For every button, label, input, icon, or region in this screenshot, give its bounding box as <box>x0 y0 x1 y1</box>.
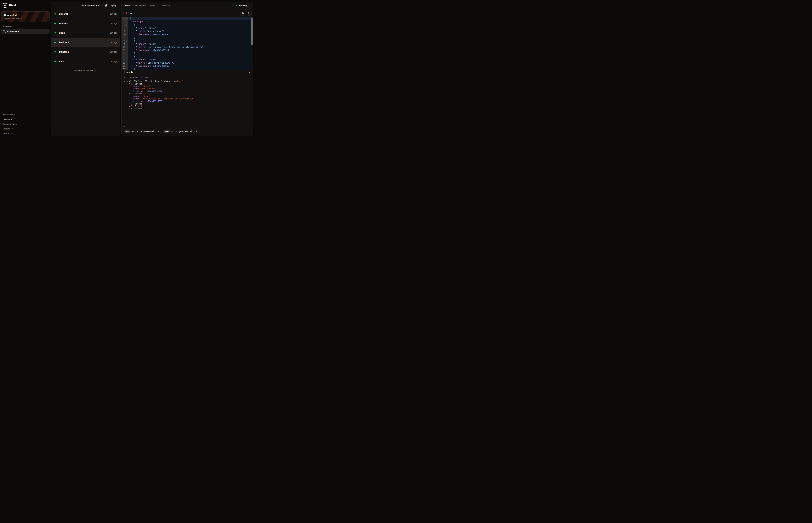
token-fn: getHistory <box>136 76 148 78</box>
actor-row-backend[interactable]: backend1m ago <box>51 38 120 47</box>
tab-database[interactable]: Database <box>159 2 172 9</box>
code-content[interactable]: { <box>128 39 253 42</box>
token-b: : <box>146 58 149 61</box>
console-tree-row[interactable]: timestamp: 1764043991880 <box>122 90 253 92</box>
tree-toggle-collapsed-icon[interactable]: ▶ <box>129 105 131 107</box>
code-content[interactable]: "messages": [ <box>128 20 253 23</box>
running-label: Running <box>239 4 247 7</box>
console-tree-row[interactable]: ▼0: Object <box>122 83 253 85</box>
sidebar-link-label: Discord <box>3 127 10 130</box>
console-tree-row[interactable]: ▼1: Object <box>122 92 253 95</box>
tree-toggle-expanded-icon[interactable]: ▼ <box>129 93 131 94</box>
token-cb: : <box>132 83 135 85</box>
actor-row-random[interactable]: random1m ago <box>51 19 120 29</box>
sidebar-link-feedback[interactable]: Feedback <box>1 117 50 122</box>
create-actor-button[interactable]: Create Actor <box>81 4 100 7</box>
code-line-17: 17} <box>122 68 253 70</box>
sidebar-spacer <box>1 34 50 111</box>
code-content[interactable]: }, <box>128 52 253 55</box>
token-b: { <box>130 17 131 20</box>
tab-state[interactable]: State <box>123 2 132 9</box>
fold-chevron-icon[interactable]: ⌄ <box>125 24 128 26</box>
code-content[interactable]: "timestamp": 1764043999867 <box>128 65 253 68</box>
connection-status-card[interactable]: Connected http://localhost:6420 <box>1 11 50 22</box>
console-tree-row[interactable]: timestamp: 1764043995517 <box>122 100 253 102</box>
revert-button[interactable] <box>247 11 252 16</box>
code-content[interactable]: { <box>128 23 253 26</box>
token-k: timestamp <box>137 33 149 36</box>
fold-chevron-icon[interactable]: ⌄ <box>125 40 128 42</box>
tree-toggle-collapsed-icon[interactable]: ▶ <box>129 103 131 105</box>
code-content[interactable]: } <box>128 68 253 70</box>
fold-chevron-icon[interactable]: ⌄ <box>125 56 128 58</box>
sidebar-link-documentation[interactable]: Documentation <box>1 122 50 126</box>
actor-row-general[interactable]: general2m ago <box>51 9 120 19</box>
actor-row-frontend[interactable]: frontend1m ago <box>51 47 120 57</box>
sidebar-link-discord[interactable]: Discord↗ <box>1 126 50 131</box>
live-badge[interactable]: Live <box>123 11 135 15</box>
sidebar-link-github[interactable]: GitHub↗ <box>1 131 50 136</box>
console-tree-row[interactable]: text: "Who’s there?" <box>122 87 253 90</box>
tree-toggle-collapsed-icon[interactable]: ▶ <box>129 108 131 109</box>
code-content[interactable]: "sender": "User", <box>128 58 253 61</box>
tab-connections[interactable]: Connections <box>132 2 148 9</box>
code-content[interactable]: }, <box>128 36 253 39</box>
code-line-8: 8⌄{ <box>122 39 253 42</box>
token-k: sender <box>137 58 145 61</box>
console-input-row[interactable]: > <box>122 124 253 128</box>
console-header[interactable]: Console <box>122 70 253 75</box>
chevron-down-icon[interactable] <box>248 71 251 74</box>
console-tree-row[interactable]: text: " Nay, answer me. Stand and unfold… <box>122 97 253 100</box>
fold-chevron-icon[interactable]: ⌄ <box>125 21 128 23</box>
token-b: { <box>134 55 135 58</box>
token-s: User <box>150 43 155 45</box>
token-cb: : <box>144 100 146 102</box>
rpc-badge: RPC <box>163 130 170 133</box>
actor-row-dogs[interactable]: dogs1m ago <box>51 28 120 38</box>
display-button[interactable]: Display <box>103 3 118 8</box>
code-content[interactable]: "text": " Nay, answer me. Stand and unfo… <box>128 46 253 49</box>
token-cb: : <box>140 85 143 87</box>
display-label: Display <box>109 4 116 7</box>
code-content[interactable]: "timestamp": 1764043995517 <box>128 49 253 52</box>
token-obj: Object <box>135 83 142 85</box>
console-tree-row[interactable]: sender: "User" <box>122 95 253 97</box>
sidebar-link-whats-new[interactable]: Whats new? <box>1 112 50 117</box>
status-dot-green-icon <box>54 32 56 34</box>
code-content[interactable]: { <box>128 55 253 58</box>
actor-row-cats[interactable]: cats1m ago <box>51 57 120 66</box>
editor-scrollbar[interactable] <box>251 17 253 45</box>
rpc-chip-actor-sendmessage[interactable]: RPCactor.sendMessage(...) <box>124 129 161 133</box>
actor-name: general <box>59 13 110 15</box>
prompt-icon: > <box>124 125 125 127</box>
actor-updated-time: 1m ago <box>110 60 117 62</box>
code-content[interactable]: "timestamp": 1764043991880 <box>128 33 253 36</box>
tree-toggle-expanded-icon[interactable]: ▼ <box>129 83 131 85</box>
console-tree-row[interactable]: sender: "User" <box>122 85 253 87</box>
fold-chevron-icon[interactable]: ⌄ <box>125 18 128 20</box>
save-button[interactable] <box>241 11 245 16</box>
line-number-gutter: 15 <box>122 61 128 65</box>
code-content[interactable]: "text": "Who’s there?", <box>128 30 253 33</box>
code-content[interactable]: "sender": "User", <box>128 42 253 46</box>
token-b: , <box>156 43 158 45</box>
console-tree-row[interactable]: ▶4: Object <box>122 107 253 110</box>
rpc-chip-actor-gethistory[interactable]: RPCactor.getHistory(...) <box>163 129 199 133</box>
line-number: 9 <box>122 43 125 45</box>
code-line-11: 11"timestamp": 1764043995517 <box>122 49 253 52</box>
sidebar-item-chatroom[interactable]: chatRoom <box>1 29 50 34</box>
code-content[interactable]: "text": "Long live the King!", <box>128 61 253 65</box>
console-tree-row[interactable]: ▶2: Object <box>122 103 253 105</box>
tab-events[interactable]: Events <box>148 2 158 9</box>
console-tree-row[interactable]: ▼(5) [Object, Object, Object, Object, Ob… <box>122 80 253 83</box>
token-cb: : <box>132 107 135 110</box>
code-content[interactable]: "sender": "User", <box>128 26 253 30</box>
code-content[interactable]: { <box>128 17 253 20</box>
tree-toggle-expanded-icon[interactable]: ▼ <box>127 80 129 82</box>
actor-name: dogs <box>59 32 110 34</box>
state-toolbar: Live <box>122 9 253 17</box>
token-obj: Object <box>135 105 142 107</box>
actor-name: random <box>59 22 110 25</box>
console-tree-row[interactable]: ▶3: Object <box>122 105 253 107</box>
state-code-editor[interactable]: 1⌄{2⌄"messages": [3⌄{4"sender": "User",5… <box>122 17 253 70</box>
